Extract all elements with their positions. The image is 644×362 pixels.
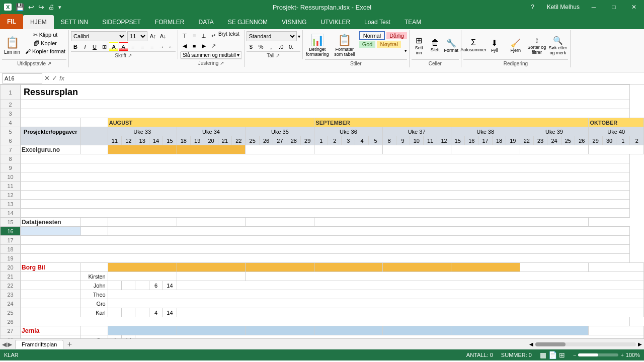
sep-day-10[interactable]: 10 — [410, 136, 423, 145]
sep-day-25[interactable]: 25 — [561, 136, 575, 145]
cell-data-35[interactable] — [246, 218, 314, 227]
kirsten-34[interactable] — [177, 272, 246, 281]
paste-button[interactable]: 📋 Lim inn — [2, 31, 22, 59]
day-12[interactable]: 12 — [122, 136, 135, 145]
gro28-14[interactable]: 14 — [122, 335, 135, 339]
oct-day-1[interactable]: 1 — [616, 136, 630, 145]
scroll-right-btn[interactable]: ▶ — [638, 341, 642, 347]
tab-hjem[interactable]: HJEM — [23, 15, 54, 29]
sep-day-9[interactable]: 9 — [396, 136, 410, 145]
page-layout-btn[interactable]: 📄 — [548, 351, 557, 359]
cell-b16[interactable] — [80, 227, 108, 236]
empty-row-3[interactable] — [21, 109, 630, 118]
uke35-header[interactable]: Uke 35 — [246, 127, 314, 136]
tab-formler[interactable]: FORMLER — [148, 15, 192, 29]
day-20[interactable]: 20 — [204, 136, 218, 145]
style-bad[interactable]: Dårlig — [386, 32, 407, 39]
find-select-btn[interactable]: 🔍 Søk etter og merk — [548, 31, 568, 59]
sep-day-12[interactable]: 12 — [437, 136, 451, 145]
align-right-btn[interactable]: ≡ — [147, 42, 156, 51]
cell-excelguru-37[interactable] — [382, 145, 451, 154]
currency-btn[interactable]: $ — [247, 42, 256, 51]
cell-a16[interactable] — [21, 227, 81, 236]
cell-a28[interactable] — [21, 335, 81, 339]
insert-function-icon[interactable]: fx — [59, 74, 64, 82]
cell-a24[interactable] — [21, 299, 81, 308]
grid-scroll[interactable]: 1 Ressursplan 2 3 4 — [0, 84, 644, 338]
cell-b4[interactable] — [80, 118, 108, 127]
tab-fil[interactable]: FIL — [0, 14, 23, 29]
italic-btn[interactable]: I — [80, 42, 90, 51]
oct-day-30[interactable]: 30 — [602, 136, 616, 145]
indent-less-btn[interactable]: ← — [167, 42, 176, 51]
cancel-formula-icon[interactable]: ✕ — [44, 74, 50, 82]
uke33-header[interactable]: Uke 33 — [108, 127, 177, 136]
border-btn[interactable]: ⊞ — [100, 42, 109, 51]
autosum-btn[interactable]: Σ Autosummer — [463, 31, 484, 59]
redo-icon[interactable]: ↪ — [38, 3, 44, 11]
uke39-header[interactable]: Uke 39 — [520, 127, 589, 136]
quick-print-icon[interactable]: 🖨 — [48, 4, 54, 11]
j22-1[interactable] — [108, 281, 121, 290]
day-27[interactable]: 27 — [273, 136, 287, 145]
kirsten-rest[interactable] — [246, 272, 644, 281]
fill-btn[interactable]: ⬇ Fyll — [485, 31, 505, 59]
conditional-format-btn[interactable]: 📊 Betinget formatering — [305, 31, 330, 59]
gro-label-28[interactable]: Gro — [80, 335, 108, 339]
cell-excelguru-35[interactable] — [246, 145, 314, 154]
sep-day-23[interactable]: 23 — [533, 136, 547, 145]
uke36-header[interactable]: Uke 36 — [314, 127, 382, 136]
oct-header[interactable]: OKTOBER — [589, 118, 644, 127]
uke37-header[interactable]: Uke 37 — [382, 127, 451, 136]
decrease-decimal-btn[interactable]: .0 — [277, 42, 286, 51]
cell-data-33[interactable] — [108, 218, 177, 227]
day-28[interactable]: 28 — [287, 136, 300, 145]
sep-day-1[interactable]: 1 — [314, 136, 328, 145]
gro-rest[interactable] — [108, 299, 643, 308]
undo-icon[interactable]: ↩ — [28, 3, 34, 11]
kirsten-33[interactable] — [108, 272, 177, 281]
tab-utvikler[interactable]: UTVIKLER — [313, 15, 357, 29]
style-neutral[interactable]: Nøytral — [377, 41, 400, 48]
k25-3[interactable] — [135, 308, 149, 317]
merge-center-btn[interactable]: Slå sammen og midtstill▾ — [180, 51, 242, 59]
cell-data-rest[interactable] — [314, 218, 589, 227]
cut-button[interactable]: ✂ Klipp ut — [24, 31, 66, 39]
sep-day-16[interactable]: 16 — [465, 136, 478, 145]
uke34-header[interactable]: Uke 34 — [177, 127, 246, 136]
style-good[interactable]: God — [359, 41, 376, 48]
cell-datatjenesten[interactable]: Datatjenesten — [21, 218, 81, 227]
day-14[interactable]: 14 — [149, 136, 163, 145]
clear-btn[interactable]: 🧹 Fjern — [506, 31, 526, 59]
empty-row-2[interactable] — [21, 100, 630, 109]
sep-day-19[interactable]: 19 — [506, 136, 520, 145]
day-21[interactable]: 21 — [218, 136, 231, 145]
tab-se-gjennom[interactable]: SE GJENNOM — [221, 15, 275, 29]
style-normal[interactable]: Normal — [359, 31, 385, 40]
cell-excelguru-36[interactable] — [314, 145, 382, 154]
j22-2[interactable] — [122, 281, 135, 290]
cell-a5[interactable]: Prosjekter/oppgaver — [21, 127, 81, 136]
font-name-select[interactable]: Calibri — [71, 31, 126, 41]
gro-label-24[interactable]: Gro — [80, 299, 108, 308]
sep-day-3[interactable]: 3 — [342, 136, 355, 145]
cell-b27[interactable] — [80, 326, 108, 335]
day-11[interactable]: 11 — [108, 136, 121, 145]
formula-input[interactable] — [66, 75, 642, 82]
font-size-select[interactable]: 11 — [127, 31, 147, 41]
oct-day-29[interactable]: 29 — [589, 136, 602, 145]
tab-team[interactable]: TEAM — [397, 15, 428, 29]
tab-data[interactable]: DATA — [191, 15, 220, 29]
cell-excelguru-38[interactable] — [451, 145, 520, 154]
k25-1[interactable] — [108, 308, 121, 317]
wrap-text-label[interactable]: Bryt tekst — [218, 31, 239, 40]
tab-scroll-right[interactable]: ▶ — [8, 341, 12, 348]
day-13[interactable]: 13 — [135, 136, 149, 145]
tab-scroll-left[interactable]: ◀ — [2, 341, 7, 348]
sep-day-22[interactable]: 22 — [520, 136, 533, 145]
comma-btn[interactable]: , — [267, 42, 276, 51]
uke38-header[interactable]: Uke 38 — [451, 127, 520, 136]
top-align-btn[interactable]: ⊤ — [180, 31, 189, 40]
confirm-formula-icon[interactable]: ✓ — [52, 74, 57, 82]
zoom-out-btn[interactable]: − — [573, 352, 576, 358]
